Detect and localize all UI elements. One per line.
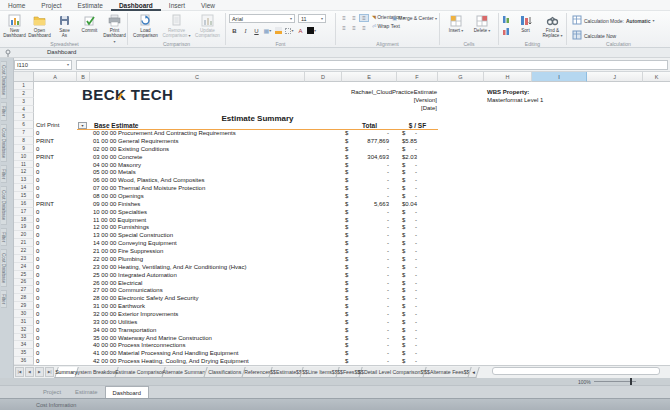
row-header-1[interactable]: 1 <box>14 82 34 90</box>
column-header-k[interactable]: K <box>643 72 670 82</box>
column-header-d[interactable]: D <box>305 72 342 82</box>
spreadsheet-grid: ABCDEFGHIJK12345678910111213141516171819… <box>14 72 670 365</box>
ribbon-tab-dashboard[interactable]: Dashboard <box>111 0 161 11</box>
ribbon-group-spreadsheet: NewDashboardOpenDashboardSaveAsCommitPri… <box>2 11 127 47</box>
panel-tab-filter[interactable]: Filter <box>1 165 7 183</box>
panel-tab-filter[interactable]: Filter <box>1 102 7 120</box>
column-header-h[interactable]: H <box>484 72 532 82</box>
wrap-text-button[interactable]: ⏎ Wrap Text <box>372 23 405 29</box>
per-sf-cell[interactable]: - <box>390 358 417 365</box>
wbs-property-value: Masterformat Level 1 <box>487 97 607 105</box>
new-dashboard-button[interactable]: NewDashboard <box>2 12 27 44</box>
merge-center-button[interactable]: ▣ Merge & Center ▾ <box>392 15 437 21</box>
column-header-j[interactable]: J <box>587 72 643 82</box>
sheet-tab-detail-level-comparison[interactable]: $$Detail Level Comparison$$ <box>358 367 427 378</box>
row-header-4[interactable]: 4 <box>14 106 34 114</box>
select-all-corner[interactable] <box>14 72 34 82</box>
calculate-now-button[interactable]: Calculate Now <box>572 30 670 41</box>
ribbon-tab-project[interactable]: Project <box>33 0 69 11</box>
column-header-i[interactable]: I <box>532 72 587 82</box>
column-header-a[interactable]: A <box>34 72 77 82</box>
sheet-tab-estimate-comparison[interactable]: Estimate Comparison <box>114 367 166 378</box>
document-disabled-icon <box>170 14 183 27</box>
delete-button[interactable]: Delete ▾ <box>469 12 495 34</box>
first-sheet-button[interactable]: |◀ <box>15 367 24 377</box>
sheet-tab-overflow-button[interactable]: ◂ <box>467 367 480 378</box>
underline-button[interactable]: U <box>251 26 262 35</box>
horizontal-scrollbar[interactable] <box>492 367 660 375</box>
panel-tab-cost-database[interactable]: Cost Database <box>1 61 7 99</box>
italic-button[interactable]: I <box>240 26 251 35</box>
ribbon-group-cells: Insert ▾Delete ▾ Cells <box>440 11 498 47</box>
panel-tab-filter[interactable]: Filter <box>1 228 7 246</box>
remove-comparison-button: RemoveComparison ▾ <box>161 12 192 39</box>
sort-descending-icon[interactable] <box>502 27 511 37</box>
align-top-button[interactable]: ≡ <box>339 14 349 22</box>
row-header-5[interactable]: 5 <box>14 113 34 121</box>
ribbon-tab-view[interactable]: View <box>193 0 223 11</box>
panel-tab-filter[interactable]: Filter <box>1 290 7 308</box>
group-label-font: Font <box>226 41 335 47</box>
align-left-button[interactable]: ≡ <box>339 24 349 32</box>
print-flag-cell[interactable]: 0 <box>36 358 76 365</box>
shading-button[interactable]: ▾ <box>284 26 295 35</box>
zoom-slider-thumb[interactable] <box>630 378 633 385</box>
font-name-select[interactable]: Arial▾ <box>229 14 295 23</box>
align-middle-button[interactable]: ≡ <box>349 14 359 22</box>
ribbon-tab-home[interactable]: Home <box>0 0 33 11</box>
description-cell[interactable]: 42 00 00 Process Heating, Cooling, And D… <box>93 358 305 365</box>
align-bottom-button[interactable]: ≡ <box>359 14 369 22</box>
bold-button[interactable]: B <box>229 26 240 35</box>
row-header-2[interactable]: 2 <box>14 90 34 98</box>
last-sheet-button[interactable]: ▶| <box>45 367 54 377</box>
zoom-slider[interactable] <box>594 381 636 382</box>
column-header-f[interactable]: F <box>397 72 438 82</box>
pin-icon[interactable] <box>4 49 12 58</box>
document-tab-dashboard[interactable]: Dashboard <box>47 49 76 55</box>
borders-button[interactable]: ▦▾ <box>262 26 273 35</box>
column-header-e[interactable]: E <box>342 72 397 82</box>
workspace-tab-dashboard[interactable]: Dashboard <box>105 386 149 398</box>
sort-ascending-icon[interactable] <box>502 15 511 25</box>
sheet-tab-system-breakdown[interactable]: System Breakdown <box>74 367 119 378</box>
commit-button[interactable]: Commit <box>77 12 102 44</box>
fill-color-button[interactable] <box>273 26 284 35</box>
column-header-g[interactable]: G <box>438 72 484 82</box>
previous-sheet-button[interactable]: ◀ <box>25 367 34 377</box>
save-as-button[interactable]: SaveAs <box>52 12 77 44</box>
formula-input[interactable] <box>76 60 668 70</box>
cell-name-box[interactable]: I110 ▾ <box>14 60 72 70</box>
row-header-3[interactable]: 3 <box>14 98 34 106</box>
total-cell[interactable]: - <box>350 358 389 365</box>
workspace-tab-project[interactable]: Project <box>36 386 68 398</box>
next-sheet-button[interactable]: ▶ <box>35 367 44 377</box>
sheet-tab-summary[interactable]: Summary <box>54 367 79 378</box>
ribbon-tab-insert[interactable]: Insert <box>161 0 193 11</box>
commit-check-icon <box>83 14 96 27</box>
color-swatch-button[interactable]: ▾ <box>306 26 317 35</box>
column-header-b[interactable]: B <box>77 72 90 82</box>
sheet-tab-line-items[interactable]: $$Line Items$$ <box>299 367 340 378</box>
panel-tab-cost-database[interactable]: Cost Database <box>1 124 7 162</box>
print-dashboard-button[interactable]: PrintDashboard ▾ <box>102 12 127 44</box>
panel-tab-cost-database[interactable]: Cost Database <box>1 249 7 287</box>
align-center-button[interactable]: ≡ <box>349 24 359 32</box>
align-right-button[interactable]: ≡ <box>359 24 369 32</box>
workspace-tab-estimate[interactable]: Estimate <box>68 386 105 398</box>
button-label: Sort <box>521 28 529 33</box>
panel-tab-cost-database[interactable]: Cost Database <box>1 186 7 224</box>
sheet-tab-classifications[interactable]: Classifications <box>203 367 246 378</box>
sheet-tab-alternate-summary[interactable]: Alternate Summary <box>161 367 208 378</box>
open-dashboard-button[interactable]: OpenDashboard <box>27 12 52 44</box>
sheet-tab-alternate-fees[interactable]: $$Alternate Fees$$ <box>422 367 472 378</box>
load-comparison-icon <box>139 14 152 27</box>
column-header-c[interactable]: C <box>90 72 305 82</box>
load-comparison-button[interactable]: LoadComparison <box>130 12 161 39</box>
font-size-select[interactable]: 11▾ <box>298 14 326 23</box>
estimate-name: Rachael_CloudPracticeEstimate <box>300 89 437 97</box>
ribbon-tab-estimate[interactable]: Estimate <box>70 0 111 11</box>
insert-button[interactable]: Insert ▾ <box>443 12 469 34</box>
font-color-button[interactable]: A <box>295 26 306 35</box>
row-header-6[interactable]: 6 <box>14 121 34 129</box>
calculation-mode-control[interactable]: Calculation Mode: Automatic ▾ <box>572 15 670 26</box>
